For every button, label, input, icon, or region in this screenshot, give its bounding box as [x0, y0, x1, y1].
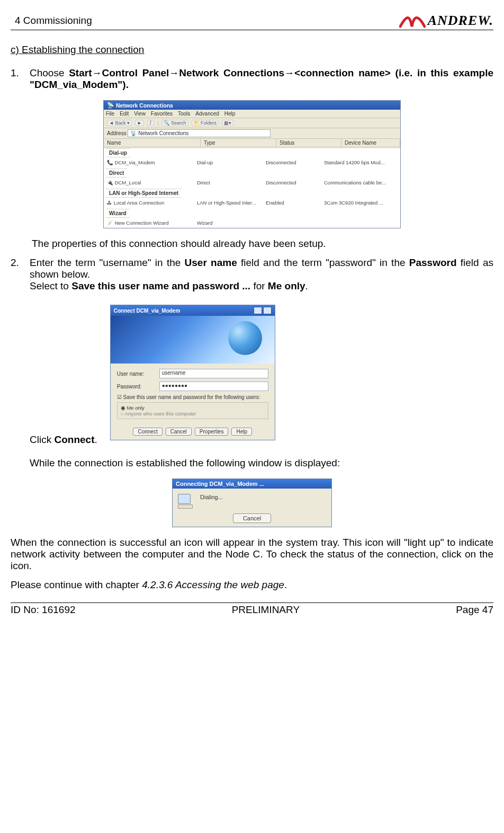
window-title-bar: 📡 Network Connections — [104, 101, 400, 110]
menu-bar: File Edit View Favorites Tools Advanced … — [104, 110, 400, 118]
step-number: 2. — [11, 257, 30, 292]
col-header[interactable]: Device Name — [341, 139, 400, 147]
modem-icon — [178, 494, 194, 510]
search-button[interactable]: 🔍 Search — [161, 120, 188, 126]
close-icon[interactable] — [263, 307, 272, 314]
me-only-radio[interactable]: ◉ — [121, 405, 127, 411]
dialog-title: Connect DCM_via_Modem — [114, 308, 181, 314]
menu-item[interactable]: Edit — [120, 111, 129, 117]
bold-path: Start→Control Panel→Network Connections→… — [30, 67, 493, 90]
menu-item[interactable]: Advanced — [195, 111, 219, 117]
brand-name: ANDREW. — [428, 13, 493, 29]
column-headers: Name Type Status Device Name — [104, 139, 400, 147]
globe-icon — [228, 321, 262, 355]
step-number: 1. — [11, 67, 30, 91]
menu-item[interactable]: Tools — [178, 111, 190, 117]
dialog-banner — [111, 316, 275, 364]
up-button[interactable]: ⤴ — [147, 120, 154, 126]
menu-item[interactable]: View — [134, 111, 146, 117]
password-input[interactable]: ●●●●●●●● — [159, 382, 268, 391]
save-checkbox[interactable]: ☑ — [117, 394, 123, 400]
dialog-title-bar: Connecting DCM_via_Modem ... — [173, 479, 331, 489]
col-header[interactable]: Name — [104, 139, 201, 147]
step-text: Enter the term "username" in the User na… — [30, 257, 493, 292]
step-1: 1. Choose Start→Control Panel→Network Co… — [11, 67, 493, 91]
folders-button[interactable]: 📁 Folders — [192, 120, 219, 126]
me-only-label: Me only — [127, 405, 144, 411]
window-title: Network Connections — [116, 102, 173, 109]
address-bar: Address 📡 Network Connections — [104, 128, 400, 139]
password-label: Password: — [117, 384, 159, 389]
table-row[interactable]: 📞 DCM_via_Modem Dial-up Disconnected Sta… — [104, 157, 400, 167]
connect-dialog: Connect DCM_via_Modem User name: usernam… — [110, 305, 275, 440]
group-header: Dial-up — [106, 148, 130, 157]
table-row[interactable]: 🖧 Local Area Connection LAN or High-Spee… — [104, 198, 400, 208]
step-text: Choose Start→Control Panel→Network Conne… — [30, 67, 493, 91]
help-button[interactable]: Help — [231, 428, 252, 436]
doc-id: ID No: 161692 — [11, 604, 76, 616]
group-header: LAN or High-Speed Internet — [106, 189, 182, 198]
views-button[interactable]: ▦▾ — [222, 120, 233, 126]
group-header: Wizard — [106, 209, 130, 218]
click-connect-text: Click Connect. — [30, 434, 97, 450]
cancel-button[interactable]: Cancel — [233, 513, 271, 523]
username-label: User name: — [117, 371, 159, 377]
menu-item[interactable]: Favorites — [151, 111, 173, 117]
step-2: 2. Enter the term "username" in the User… — [11, 257, 493, 292]
network-connections-window: 📡 Network Connections File Edit View Fav… — [103, 100, 401, 228]
setup-note: The properties of this connection should… — [32, 238, 493, 250]
dialog-title: Connecting DCM_via_Modem ... — [176, 481, 264, 487]
continue-text: Please continue with chapter 4.2.3.6 Acc… — [11, 579, 493, 591]
page-number: Page 47 — [456, 604, 493, 616]
page-header: 4 Commissioning ANDREW. — [11, 13, 493, 30]
col-header[interactable]: Status — [276, 139, 341, 147]
address-field[interactable]: 📡 Network Connections — [128, 129, 271, 137]
cancel-button[interactable]: Cancel — [166, 428, 192, 436]
toolbar: ◄ Back ▾ ► ⤴ | 🔍 Search 📁 Folders ▦▾ — [104, 118, 400, 128]
menu-item[interactable]: File — [106, 111, 114, 117]
save-label: Save this user name and password for the… — [123, 394, 260, 400]
andrew-swoosh-icon — [399, 13, 426, 29]
anyone-radio[interactable]: ○ — [121, 411, 125, 416]
anyone-label: Anyone who uses this computer — [125, 411, 196, 416]
brand-logo: ANDREW. — [399, 13, 493, 29]
dialing-status: Dialing... — [200, 494, 223, 500]
col-header[interactable]: Type — [201, 139, 276, 147]
folder-icon: 📡 — [107, 102, 114, 109]
username-input[interactable]: username — [159, 369, 268, 378]
menu-item[interactable]: Help — [224, 111, 236, 117]
page-footer: ID No: 161692 PRELIMINARY Page 47 — [11, 602, 493, 616]
help-icon[interactable] — [254, 307, 262, 314]
list-area: Dial-up 📞 DCM_via_Modem Dial-up Disconne… — [104, 148, 400, 228]
tray-text: When the connection is successful an ico… — [11, 537, 493, 572]
doc-status: PRELIMINARY — [232, 604, 300, 616]
back-button[interactable]: ◄ Back ▾ — [107, 120, 132, 126]
while-connection-text: While the connection is established the … — [30, 457, 493, 469]
connect-button[interactable]: Connect — [133, 428, 162, 436]
section-heading: 4 Commissioning — [11, 15, 92, 29]
table-row[interactable]: 🪄 New Connection Wizard Wizard — [104, 218, 400, 228]
subsection-title: c) Establishing the connection — [11, 44, 493, 56]
dialog-title-bar: Connect DCM_via_Modem — [111, 305, 275, 316]
forward-button[interactable]: ► — [135, 120, 144, 126]
table-row[interactable]: 🔌 DCM_Local Direct Disconnected Communic… — [104, 178, 400, 188]
text: Choose — [30, 67, 69, 78]
group-header: Direct — [106, 169, 127, 178]
properties-button[interactable]: Properties — [195, 428, 229, 436]
connecting-dialog: Connecting DCM_via_Modem ... Dialing... … — [172, 478, 332, 527]
address-label: Address — [107, 130, 127, 136]
